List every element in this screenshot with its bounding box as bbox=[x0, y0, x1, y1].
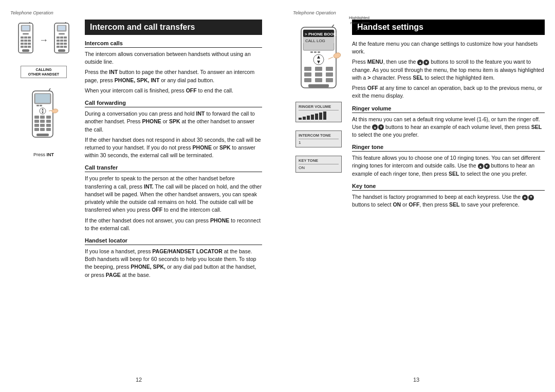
svg-rect-35 bbox=[58, 49, 65, 52]
right-page: Telephone Operation Highlightedmenu item… bbox=[278, 0, 555, 392]
svg-rect-6 bbox=[24, 36, 27, 39]
call-forwarding-p2: If the other handset does not respond in… bbox=[85, 136, 262, 160]
handset-locator-p1: If you lose a handset, press PAGE/HANDSE… bbox=[85, 248, 262, 279]
svg-rect-48 bbox=[40, 120, 45, 123]
phone-1-icon bbox=[16, 22, 35, 58]
right-p2: Press OFF at any time to cancel an opera… bbox=[352, 84, 545, 100]
svg-rect-72 bbox=[304, 67, 311, 71]
left-page-title: Intercom and call transfers bbox=[85, 20, 262, 35]
intercom-calls-heading: Intercom calls bbox=[85, 40, 262, 48]
svg-rect-47 bbox=[34, 120, 39, 123]
svg-rect-55 bbox=[46, 128, 51, 131]
svg-rect-49 bbox=[46, 120, 51, 123]
intercom-tone-value: 1 bbox=[299, 140, 339, 145]
left-header: Telephone Operation bbox=[10, 10, 262, 15]
svg-rect-32 bbox=[57, 46, 60, 48]
svg-rect-66 bbox=[310, 51, 313, 53]
svg-rect-34 bbox=[64, 46, 67, 48]
right-page-number: 13 bbox=[413, 377, 419, 383]
key-tone-text: The handset is factory programmed to bee… bbox=[352, 193, 545, 209]
ringer-volume-heading: Ringer volume bbox=[352, 105, 545, 113]
call-transfer-p2: If the other handset does not answer, yo… bbox=[85, 217, 262, 232]
highlighted-menu-item-label: Highlightedmenu item bbox=[334, 15, 369, 25]
key-tone-heading: Key tone bbox=[352, 183, 545, 191]
svg-rect-24 bbox=[60, 36, 63, 39]
transfer-arrow-icon: → bbox=[39, 35, 48, 46]
svg-rect-51 bbox=[40, 124, 45, 127]
svg-rect-17 bbox=[22, 49, 29, 52]
svg-rect-11 bbox=[21, 43, 24, 45]
svg-rect-9 bbox=[24, 40, 27, 42]
svg-rect-33 bbox=[60, 46, 63, 48]
right-header: Telephone Operation bbox=[293, 10, 545, 15]
svg-rect-81 bbox=[308, 84, 329, 87]
svg-rect-28 bbox=[64, 40, 67, 42]
svg-rect-8 bbox=[21, 40, 24, 42]
highlighted-arrow-icon: ↗ bbox=[355, 27, 359, 32]
svg-rect-27 bbox=[60, 40, 63, 42]
left-page-number: 12 bbox=[136, 377, 142, 383]
svg-rect-4 bbox=[23, 33, 29, 34]
svg-text:CALL LOG: CALL LOG bbox=[305, 39, 325, 43]
svg-rect-74 bbox=[326, 67, 333, 71]
svg-rect-52 bbox=[46, 124, 51, 127]
svg-marker-71 bbox=[317, 61, 320, 64]
press-int-label: Press INT bbox=[33, 152, 54, 157]
svg-rect-46 bbox=[46, 116, 51, 119]
left-text-col: Intercom and call transfers Intercom cal… bbox=[85, 20, 262, 382]
key-tone-label: KEY TONE bbox=[299, 158, 339, 164]
svg-rect-78 bbox=[304, 78, 311, 82]
svg-line-84 bbox=[328, 57, 333, 59]
svg-rect-73 bbox=[315, 67, 322, 71]
call-forwarding-heading: Call forwarding bbox=[85, 100, 262, 107]
volume-bars bbox=[299, 111, 339, 120]
svg-rect-5 bbox=[21, 36, 24, 39]
right-intro: At the feature menu you can change setti… bbox=[352, 40, 545, 55]
phone-2-icon bbox=[52, 22, 71, 58]
svg-rect-76 bbox=[315, 72, 322, 77]
svg-text:> PHONE BOOK: > PHONE BOOK bbox=[305, 32, 337, 36]
svg-rect-50 bbox=[34, 124, 39, 127]
svg-rect-13 bbox=[28, 43, 31, 45]
handset-locator-heading: Handset locator bbox=[85, 237, 262, 245]
call-forwarding-p1: During a conversation you can press and … bbox=[85, 110, 262, 134]
svg-rect-16 bbox=[28, 46, 31, 48]
ringer-tone-text: This feature allows you to choose one of… bbox=[352, 154, 545, 178]
phone-book-display-container: Highlightedmenu item ↗ > PHONE BOOK CALL… bbox=[296, 25, 341, 92]
left-page: Telephone Operation bbox=[0, 0, 278, 392]
svg-rect-25 bbox=[64, 36, 67, 39]
svg-rect-10 bbox=[28, 40, 31, 42]
svg-rect-56 bbox=[36, 134, 49, 136]
svg-marker-42 bbox=[42, 108, 44, 110]
intercom-calls-p1: The intercom allows conversation between… bbox=[85, 50, 262, 66]
svg-rect-44 bbox=[34, 116, 39, 119]
svg-marker-43 bbox=[42, 111, 44, 114]
vol-bar-3 bbox=[307, 116, 310, 120]
svg-rect-67 bbox=[314, 51, 317, 53]
intercom-calls-p3: When your intercom call is finished, pre… bbox=[85, 87, 262, 95]
ringer-tone-heading: Ringer tone bbox=[352, 144, 545, 152]
svg-rect-77 bbox=[326, 72, 333, 77]
right-text-col: Handset settings At the feature menu you… bbox=[352, 20, 545, 382]
svg-rect-29 bbox=[57, 43, 60, 45]
svg-marker-70 bbox=[317, 55, 320, 59]
svg-rect-23 bbox=[57, 36, 60, 39]
svg-rect-14 bbox=[21, 46, 24, 48]
svg-rect-45 bbox=[40, 116, 45, 119]
svg-rect-31 bbox=[64, 43, 67, 45]
svg-rect-54 bbox=[40, 128, 45, 131]
intercom-tone-display: INTERCOM TONE 1 bbox=[295, 130, 342, 147]
svg-rect-15 bbox=[24, 46, 27, 48]
ringer-volume-text: At this menu you can set a default ring … bbox=[352, 116, 545, 139]
ringer-volume-display: RINGER VOLUME bbox=[295, 102, 342, 122]
svg-rect-68 bbox=[318, 51, 320, 53]
svg-rect-39 bbox=[36, 105, 39, 106]
svg-rect-22 bbox=[59, 33, 65, 34]
svg-rect-7 bbox=[28, 36, 31, 39]
svg-rect-40 bbox=[40, 105, 42, 106]
svg-rect-12 bbox=[24, 43, 27, 45]
phone-single-image: Press INT bbox=[28, 88, 59, 157]
svg-rect-26 bbox=[57, 40, 60, 42]
svg-rect-38 bbox=[35, 94, 50, 103]
svg-line-59 bbox=[49, 110, 52, 111]
